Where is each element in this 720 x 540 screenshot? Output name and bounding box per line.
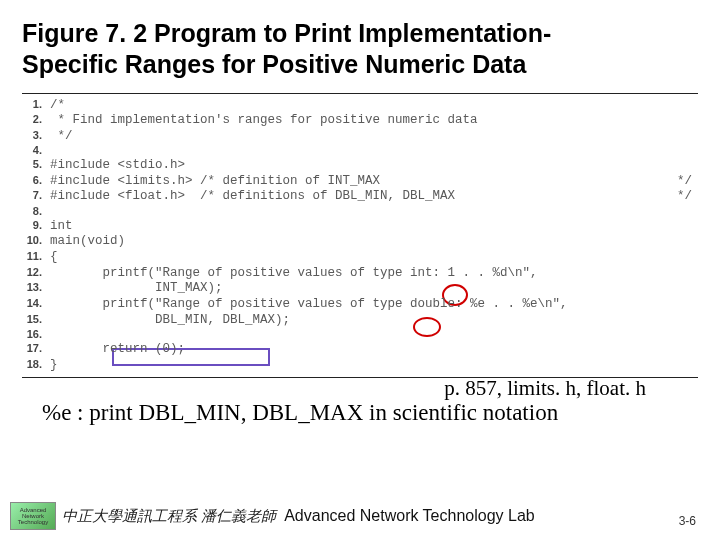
code-line: 4. [22, 144, 698, 158]
footer-english-text: Advanced Network Technology Lab [284, 507, 535, 525]
code-line: 17. return (0); [22, 342, 698, 358]
code-line: 13. INT_MAX); [22, 281, 698, 297]
code-line: 9.int [22, 219, 698, 235]
line-number: 8. [22, 205, 50, 219]
code-line: 5.#include <stdio.h> [22, 158, 698, 174]
slide-number: 3-6 [679, 514, 696, 528]
code-text: #include <float.h> /* definitions of DBL… [50, 189, 698, 205]
title-line-2: Specific Ranges for Positive Numeric Dat… [22, 50, 526, 78]
code-text: printf("Range of positive values of type… [50, 266, 698, 282]
line-number: 6. [22, 174, 50, 188]
line-number: 13. [22, 281, 50, 295]
line-number: 18. [22, 358, 50, 372]
code-text: int [50, 219, 698, 235]
comment-close: */ [677, 189, 692, 205]
line-number: 12. [22, 266, 50, 280]
slide: Figure 7. 2 Program to Print Implementat… [0, 0, 720, 540]
code-line: 2. * Find implementation's ranges for po… [22, 113, 698, 129]
lab-logo-icon: Advanced Network Technology [10, 502, 56, 530]
code-line: 6.#include <limits.h> /* definition of I… [22, 174, 698, 190]
code-text: #include <limits.h> /* definition of INT… [50, 174, 698, 190]
code-text: { [50, 250, 698, 266]
page-reference-annotation: p. 857, limits. h, float. h [444, 376, 646, 401]
code-text: INT_MAX); [50, 281, 698, 297]
line-number: 10. [22, 234, 50, 248]
code-text: DBL_MIN, DBL_MAX); [50, 313, 698, 329]
footer: Advanced Network Technology 中正大學通訊工程系 潘仁… [0, 502, 720, 530]
code-line: 8. [22, 205, 698, 219]
format-specifier-note: %e : print DBL_MIN, DBL_MAX in scientifi… [42, 400, 698, 426]
code-text: */ [50, 129, 698, 145]
code-line: 18.} [22, 358, 698, 374]
code-line: 12. printf("Range of positive values of … [22, 266, 698, 282]
code-text: #include <stdio.h> [50, 158, 698, 174]
line-number: 5. [22, 158, 50, 172]
line-number: 11. [22, 250, 50, 264]
line-number: 16. [22, 328, 50, 342]
code-text: /* [50, 98, 698, 114]
code-line: 14. printf("Range of positive values of … [22, 297, 698, 313]
line-number: 1. [22, 98, 50, 112]
line-number: 9. [22, 219, 50, 233]
code-text: printf("Range of positive values of type… [50, 297, 698, 313]
line-number: 2. [22, 113, 50, 127]
title-line-1: Figure 7. 2 Program to Print Implementat… [22, 19, 551, 47]
code-text: } [50, 358, 698, 374]
line-number: 3. [22, 129, 50, 143]
code-text: * Find implementation's ranges for posit… [50, 113, 698, 129]
code-text: return (0); [50, 342, 698, 358]
code-line: 11.{ [22, 250, 698, 266]
footer-chinese-text: 中正大學通訊工程系 潘仁義老師 [62, 507, 276, 526]
line-number: 17. [22, 342, 50, 356]
line-number: 14. [22, 297, 50, 311]
code-line: 10.main(void) [22, 234, 698, 250]
code-line: 15. DBL_MIN, DBL_MAX); [22, 313, 698, 329]
line-number: 15. [22, 313, 50, 327]
code-line: 7.#include <float.h> /* definitions of D… [22, 189, 698, 205]
code-line: 3. */ [22, 129, 698, 145]
line-number: 4. [22, 144, 50, 158]
figure-title: Figure 7. 2 Program to Print Implementat… [22, 18, 698, 81]
line-number: 7. [22, 189, 50, 203]
code-text: main(void) [50, 234, 698, 250]
code-line: 16. [22, 328, 698, 342]
code-line: 1./* [22, 98, 698, 114]
code-listing: p. 857, limits. h, float. h 1./*2. * Fin… [22, 93, 698, 379]
comment-close: */ [677, 174, 692, 190]
